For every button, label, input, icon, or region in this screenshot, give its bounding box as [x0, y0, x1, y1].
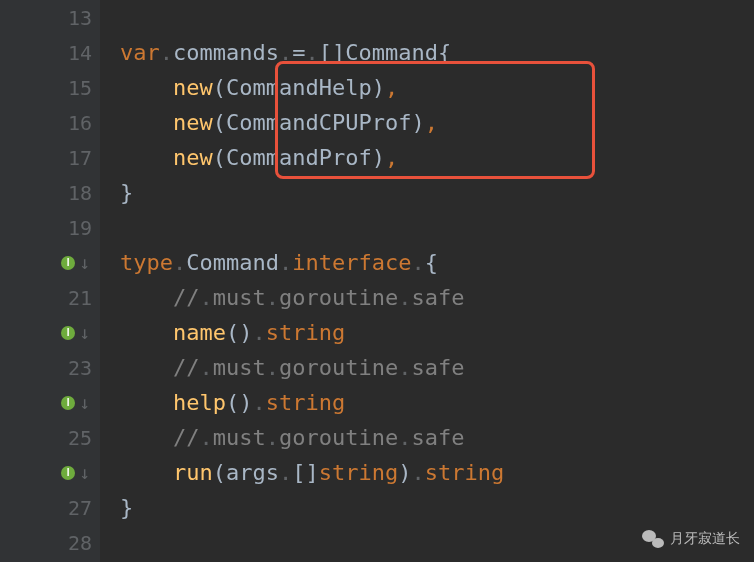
gutter-line: 16 — [0, 105, 100, 140]
gutter-line: 14 — [0, 35, 100, 70]
token-comment: // — [173, 355, 200, 380]
token-ident: commands — [173, 40, 279, 65]
code-editor: 13141516171819I↓21I↓23I↓25I↓2728 var.com… — [0, 0, 754, 562]
implements-icon[interactable]: I — [61, 256, 75, 270]
token-builtin: name — [173, 320, 226, 345]
code-line[interactable]: //.must.goroutine.safe — [120, 420, 754, 455]
token-type: CommandCPUProf — [226, 110, 411, 135]
line-number: 23 — [68, 356, 92, 380]
token-dot: . — [199, 285, 212, 310]
token-kw: string — [425, 460, 504, 485]
token-comment: goroutine — [279, 355, 398, 380]
token-comment: safe — [411, 285, 464, 310]
token-type: CommandProf — [226, 145, 372, 170]
indent — [120, 390, 173, 415]
code-line[interactable]: //.must.goroutine.safe — [120, 280, 754, 315]
code-line[interactable] — [120, 210, 754, 245]
token-kw: string — [266, 320, 345, 345]
token-dot: . — [199, 425, 212, 450]
code-line[interactable]: } — [120, 490, 754, 525]
token-dot: . — [279, 460, 292, 485]
code-line[interactable]: name().string — [120, 315, 754, 350]
code-line[interactable]: //.must.goroutine.safe — [120, 350, 754, 385]
token-type: CommandHelp — [226, 75, 372, 100]
token-punct: ( — [213, 75, 226, 100]
code-line[interactable]: var.commands.=.[]Command{ — [120, 35, 754, 70]
implements-icon[interactable]: I — [61, 326, 75, 340]
token-punct: { — [425, 250, 438, 275]
token-dot: . — [411, 250, 424, 275]
token-builtin: new — [173, 110, 213, 135]
line-number: 18 — [68, 181, 92, 205]
implements-icon[interactable]: I — [61, 466, 75, 480]
token-comment: must — [213, 425, 266, 450]
gutter-line: I↓ — [0, 385, 100, 420]
code-line[interactable]: run(args.[]string).string — [120, 455, 754, 490]
wechat-icon — [642, 530, 664, 548]
token-kw: string — [319, 460, 398, 485]
token-dot: . — [266, 285, 279, 310]
token-punct: [] — [292, 460, 319, 485]
code-line[interactable]: help().string — [120, 385, 754, 420]
token-punct: ) — [372, 145, 385, 170]
gutter: 13141516171819I↓21I↓23I↓25I↓2728 — [0, 0, 100, 562]
gutter-line: 23 — [0, 350, 100, 385]
token-punct: () — [226, 390, 253, 415]
token-ident: args — [226, 460, 279, 485]
indent — [120, 110, 173, 135]
implements-icon[interactable]: I — [61, 396, 75, 410]
code-line[interactable]: type.Command.interface.{ — [120, 245, 754, 280]
token-dot: . — [279, 250, 292, 275]
indent — [120, 460, 173, 485]
code-line[interactable]: new(CommandCPUProf), — [120, 105, 754, 140]
gutter-line: 13 — [0, 0, 100, 35]
line-number: 27 — [68, 496, 92, 520]
indent — [120, 285, 173, 310]
token-comment: // — [173, 425, 200, 450]
arrow-down-icon: ↓ — [79, 322, 90, 343]
token-dot: . — [305, 40, 318, 65]
token-kw: interface — [292, 250, 411, 275]
token-dot: . — [279, 40, 292, 65]
gutter-line: I↓ — [0, 245, 100, 280]
line-number: 15 — [68, 76, 92, 100]
line-number: 28 — [68, 531, 92, 555]
token-ident: Command — [186, 250, 279, 275]
token-punct: ( — [213, 110, 226, 135]
token-kw: , — [385, 145, 398, 170]
token-punct: } — [120, 495, 133, 520]
token-dot: . — [199, 355, 212, 380]
token-punct: ( — [213, 145, 226, 170]
code-line[interactable]: new(CommandProf), — [120, 140, 754, 175]
token-dot: . — [398, 355, 411, 380]
gutter-line: 25 — [0, 420, 100, 455]
gutter-line: 19 — [0, 210, 100, 245]
code-area[interactable]: var.commands.=.[]Command{ new(CommandHel… — [100, 0, 754, 562]
token-punct: ) — [398, 460, 411, 485]
line-number: 21 — [68, 286, 92, 310]
line-number: 17 — [68, 146, 92, 170]
line-number: 19 — [68, 216, 92, 240]
line-number: 14 — [68, 41, 92, 65]
code-line[interactable]: } — [120, 175, 754, 210]
token-builtin: help — [173, 390, 226, 415]
code-line[interactable]: new(CommandHelp), — [120, 70, 754, 105]
token-punct: () — [226, 320, 253, 345]
code-line[interactable] — [120, 0, 754, 35]
line-number: 13 — [68, 6, 92, 30]
indent — [120, 355, 173, 380]
token-comment: goroutine — [279, 425, 398, 450]
token-comment: // — [173, 285, 200, 310]
token-punct: ) — [411, 110, 424, 135]
gutter-line: I↓ — [0, 315, 100, 350]
token-comment: must — [213, 355, 266, 380]
token-comment: goroutine — [279, 285, 398, 310]
token-dot: . — [411, 460, 424, 485]
arrow-down-icon: ↓ — [79, 252, 90, 273]
gutter-line: I↓ — [0, 455, 100, 490]
gutter-line: 27 — [0, 490, 100, 525]
token-kw: var — [120, 40, 160, 65]
token-punct: ) — [372, 75, 385, 100]
token-builtin: new — [173, 75, 213, 100]
token-kw: , — [425, 110, 438, 135]
